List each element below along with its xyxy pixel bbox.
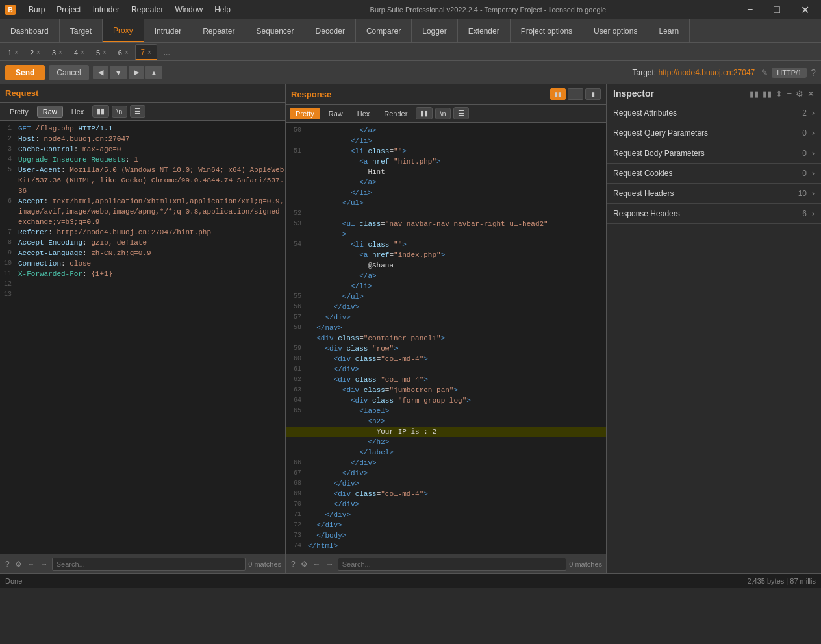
menu-window[interactable]: Window [170,3,208,16]
response-line-a-close: </a> [286,177,606,188]
req-tab-2[interactable]: 2× [25,44,45,60]
nav-arrows: ◀ ▼ ▶ ▲ [93,66,163,79]
request-newline-btn[interactable]: \n [112,106,127,118]
request-search-input[interactable] [52,558,246,571]
menu-repeater[interactable]: Repeater [126,3,168,16]
request-line-12: 12 [0,279,285,290]
response-line-li-close3: </li> [286,281,606,291]
inspector-split-icon[interactable]: − [787,89,792,99]
request-settings-icon[interactable]: ⚙ [14,558,23,570]
response-next-icon[interactable]: → [325,558,335,570]
minimize-button[interactable]: − [740,3,759,17]
nav-up-button[interactable]: ▲ [145,66,163,79]
response-line-74: 74 </html> [286,541,606,551]
tab-logger[interactable]: Logger [412,19,457,42]
request-line-3: 3 Cache-Control: max-age=0 [0,144,285,155]
request-pretty-btn[interactable]: Pretty [4,106,34,118]
edit-target-icon[interactable]: ✎ [761,68,768,77]
response-raw-btn[interactable]: Raw [323,108,349,119]
status-left: Done [5,577,747,585]
menu-project[interactable]: Project [51,3,86,16]
response-editor[interactable]: 50 </a> </li> 51 <li class=""> <a href="… [286,123,606,554]
http-version-badge[interactable]: HTTP/1 [772,68,807,78]
menu-help[interactable]: Help [209,3,236,16]
inspector-cookies[interactable]: Request Cookies 0 › [607,164,821,184]
tab-repeater[interactable]: Repeater [192,19,246,42]
request-matches: 0 matches [248,560,281,568]
help-icon[interactable]: ? [811,68,816,78]
req-tab-5[interactable]: 5× [91,44,112,60]
request-next-icon[interactable]: → [39,558,49,570]
response-matches: 0 matches [569,560,602,568]
tab-learn[interactable]: Learn [648,19,690,42]
req-tab-6[interactable]: 6× [113,44,134,60]
req-tab-4[interactable]: 4× [69,44,90,60]
inspector-body-params[interactable]: Request Body Parameters 0 › [607,143,821,164]
response-line-li-close2: </li> [286,188,606,198]
tab-comparer[interactable]: Comparer [356,19,412,42]
response-render-btn[interactable]: Render [378,108,413,119]
request-help-icon[interactable]: ? [4,558,11,570]
nav-forward-button[interactable]: ▶ [129,66,144,79]
nav-back-button[interactable]: ◀ [93,66,108,79]
inspector-request-attributes[interactable]: Request Attributes 2 › [607,103,821,123]
req-tab-7[interactable]: 7× [135,44,157,60]
response-line-64: 64 <div class="form-group log"> [286,395,606,406]
request-raw-btn[interactable]: Raw [37,106,63,118]
target-info: Target: http://node4.buuoj.cn:27047 [632,68,755,77]
response-newline-btn[interactable]: \n [435,108,450,119]
response-line-53b: > [286,229,606,240]
request-prev-icon[interactable]: ← [26,558,36,570]
view-dots-btn[interactable]: ▮ [585,88,601,100]
response-help-icon[interactable]: ? [290,558,297,570]
response-line-57: 57 </div> [286,312,606,323]
request-editor[interactable]: 1 GET /flag.php HTTP/1.1 2 Host: node4.b… [0,121,285,554]
inspector-settings-icon[interactable]: ⚙ [796,89,803,99]
inspector-query-params[interactable]: Request Query Parameters 0 › [607,123,821,143]
request-line-7: 7 Referer: http://node4.buuoj.cn:27047/h… [0,227,285,238]
tab-dashboard[interactable]: Dashboard [0,19,60,42]
view-grid-btn[interactable]: ▮▮ [550,88,566,100]
inspector-list-icon[interactable]: ▮▮ [763,89,772,99]
req-tab-1[interactable]: 1× [3,44,23,60]
menu-intruder[interactable]: Intruder [88,3,125,16]
tab-extender[interactable]: Extender [458,19,511,42]
tab-project-options[interactable]: Project options [511,19,583,42]
tab-user-options[interactable]: User options [583,19,648,42]
response-line-label-close: </label> [286,447,606,458]
tab-target[interactable]: Target [60,19,103,42]
maximize-button[interactable]: □ [767,3,787,17]
tab-proxy[interactable]: Proxy [103,19,144,42]
inspector-close-icon[interactable]: ✕ [807,89,815,99]
response-menu-btn[interactable]: ☰ [453,107,469,119]
request-menu-btn[interactable]: ☰ [130,105,145,118]
request-format-btn[interactable]: ▮▮ [92,105,109,118]
response-line-71: 71 </div> [286,510,606,520]
send-button[interactable]: Send [5,65,45,80]
inspector-icon-group: ▮▮ ▮▮ ⇕ − ⚙ ✕ [750,89,815,99]
inspector-request-headers[interactable]: Request Headers 10 › [607,184,821,204]
inspector-sort-icon[interactable]: ⇕ [776,89,783,99]
response-format-btn[interactable]: ▮▮ [416,107,433,119]
view-line-btn[interactable]: ⎯ [568,88,583,100]
request-hex-btn[interactable]: Hex [66,106,90,118]
tab-decoder[interactable]: Decoder [305,19,356,42]
inspector-grid-icon[interactable]: ▮▮ [750,89,759,99]
inspector-response-headers[interactable]: Response Headers 6 › [607,204,821,224]
response-hex-btn[interactable]: Hex [351,108,376,119]
cancel-button[interactable]: Cancel [49,65,88,80]
tab-intruder[interactable]: Intruder [144,19,192,42]
req-tab-3[interactable]: 3× [47,44,68,60]
menu-burp[interactable]: Burp [23,3,50,16]
nav-down-button[interactable]: ▼ [110,66,127,79]
response-line-62: 62 <div class="col-md-4"> [286,375,606,385]
request-tabs: 1× 2× 3× 4× 5× 6× 7× ... [0,43,821,61]
response-pretty-btn[interactable]: Pretty [290,108,320,119]
status-bar: Done 2,435 bytes | 87 millis [0,573,821,588]
tab-sequencer[interactable]: Sequencer [246,19,305,42]
response-settings-icon[interactable]: ⚙ [299,558,309,570]
response-prev-icon[interactable]: ← [312,558,322,570]
response-search-input[interactable] [338,558,567,571]
req-tab-more[interactable]: ... [158,44,175,60]
close-button[interactable]: ✕ [794,3,816,18]
